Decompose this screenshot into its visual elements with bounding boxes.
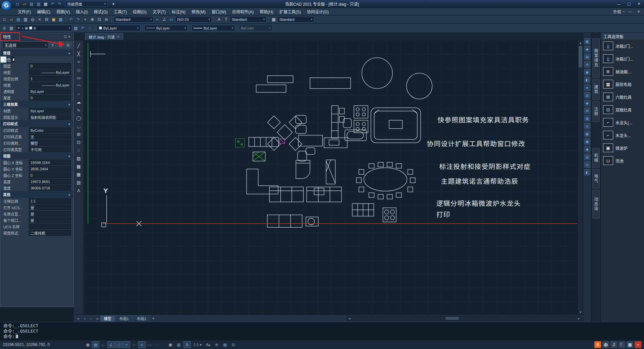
property-value-field[interactable]: ByLayer — [29, 108, 71, 114]
vertical-scroll-thumb[interactable] — [579, 46, 582, 67]
save-all-icon[interactable]: ▥ — [35, 1, 42, 7]
layout-tab[interactable]: 布局1 — [116, 315, 132, 322]
collapse-icon[interactable]: ▲ — [68, 122, 71, 125]
tool-palette-tab[interactable]: 注释 — [592, 101, 600, 122]
layout-nav-button[interactable]: « — [75, 315, 81, 322]
appearance-menu[interactable]: 外观 — [613, 9, 621, 14]
close-button[interactable]: ✕ — [634, 0, 644, 8]
tool-palette-tab[interactable]: 电气 — [592, 169, 600, 188]
property-value-field[interactable]: 是 — [29, 217, 71, 223]
dim-style-combo[interactable]: ISO-25 ▾ — [175, 16, 212, 22]
tool-palette-tab[interactable]: 建筑 — [592, 79, 600, 100]
cycle-toggle[interactable]: ◌ — [154, 341, 161, 348]
palette-block-item[interactable]: ▣ 微波炉 — [601, 141, 644, 154]
dim-angular-icon[interactable]: ∠ — [161, 16, 168, 23]
menu-item[interactable]: 工具(T) — [111, 8, 130, 15]
layout-nav-button[interactable]: ‹ — [82, 315, 88, 322]
tab-close-icon[interactable]: × — [117, 35, 119, 39]
tool-palette-tab[interactable]: 动态块 — [592, 190, 600, 219]
property-value-field[interactable]: 0 — [29, 172, 71, 178]
tool-palette-tab[interactable]: 机械 — [592, 148, 600, 168]
dock-toolbar-icon[interactable]: ◆ — [584, 146, 590, 152]
lang-chinese-icon[interactable]: 中 — [602, 341, 609, 348]
table-icon[interactable]: ▦ — [270, 16, 277, 23]
zoom-window-icon[interactable]: ⊡ — [96, 16, 103, 23]
cut-icon[interactable]: ✕ — [36, 16, 43, 23]
sogou-input-icon[interactable]: S — [594, 341, 601, 348]
layout-nav-button[interactable]: › — [88, 315, 94, 322]
property-value-field[interactable]: 无 — [29, 134, 71, 139]
menu-item[interactable]: 扩展工具(S) — [276, 8, 304, 15]
dock-toolbar-icon[interactable]: ◎ — [584, 123, 590, 129]
arc-tool-icon[interactable]: ◠ — [75, 82, 83, 90]
layout-nav-button[interactable]: » — [94, 315, 100, 322]
plot-preview-icon[interactable]: ◎ — [29, 16, 36, 23]
layer-states-icon[interactable]: ▤ — [8, 25, 15, 32]
new-icon[interactable]: □ — [1, 16, 8, 23]
scroll-left-icon[interactable]: ◂ — [347, 317, 352, 320]
dock-toolbar-icon[interactable]: ▦ — [584, 131, 590, 137]
property-value-field[interactable]: 36056.0716 — [29, 185, 71, 191]
palette-block-item[interactable]: ▦ 厨房布局 — [601, 78, 644, 91]
layer-combo[interactable]: ☀ ◑ ▣ 0 ▾ — [15, 25, 72, 31]
layer-properties-icon[interactable]: ≣ — [1, 25, 8, 32]
property-section-header[interactable]: 打印样式 ▲ — [0, 120, 73, 127]
grid-toggle[interactable]: ▤ — [92, 341, 99, 348]
qat-menu-caret-icon[interactable]: ▾ — [110, 1, 117, 7]
add-layout-button[interactable]: + — [150, 315, 156, 322]
palette-block-item[interactable]: ▯ 冰箱2门... — [601, 52, 644, 65]
table-tool-icon[interactable]: ▤ — [75, 179, 83, 186]
open-icon[interactable]: ▱ — [8, 16, 15, 23]
palette-block-item[interactable]: ⊡ 双眼灶具 — [601, 103, 644, 116]
app-logo-icon[interactable]: G — [1, 1, 11, 11]
copy-icon[interactable]: ⊟ — [43, 16, 50, 23]
menu-item[interactable]: 绘图(D) — [130, 8, 150, 15]
layer-previous-icon[interactable]: ↶ — [79, 25, 86, 32]
annotation-visibility-icon[interactable]: A — [183, 341, 191, 348]
vertical-scrollbar[interactable]: ▴ ▾ — [578, 40, 583, 314]
style-combo[interactable]: Standard ▾ — [113, 16, 154, 22]
menu-item[interactable]: 文字(T) — [150, 8, 169, 15]
layer-isolate-icon[interactable]: ◌ — [87, 25, 93, 32]
polygon-tool-icon[interactable]: ◇ — [75, 66, 83, 73]
new-file-icon[interactable]: □ — [14, 1, 21, 7]
model-paper-toggle[interactable]: ▣ — [167, 341, 174, 348]
dim-baseline-icon[interactable]: ▭ — [168, 16, 175, 23]
text-style-icon[interactable]: T — [223, 16, 229, 23]
property-value-field[interactable]: 模型 — [29, 140, 71, 146]
paste-icon[interactable]: ▣ — [50, 16, 57, 23]
pan-icon[interactable]: + — [82, 16, 89, 23]
menu-item[interactable]: 视图(V) — [53, 8, 73, 15]
auto-hide-icon[interactable]: ⊡ — [64, 35, 66, 39]
menu-item[interactable]: 窗口(W) — [209, 8, 229, 15]
dim-linear-icon[interactable]: ⌐ — [154, 16, 161, 23]
save-icon[interactable]: ▤ — [28, 1, 35, 7]
property-value-field[interactable]: ByLayer — [29, 69, 71, 75]
command-line-panel[interactable]: 命令:_.QSELECT命令:_.QSELECT命令: — [0, 322, 644, 340]
notification-icon[interactable]: ▪ — [635, 341, 641, 348]
polyline-tool-icon[interactable]: ≈ — [75, 58, 83, 65]
color-combo[interactable]: ByLayer ▾ — [97, 25, 141, 31]
osnap-toggle[interactable]: □ — [115, 341, 122, 348]
moon-icon[interactable]: ☾ — [619, 341, 625, 348]
input-tools-icon[interactable]: J — [610, 341, 617, 348]
undo-icon[interactable]: ↶ — [49, 1, 56, 7]
selection-combo[interactable]: 无选择 ▾ — [2, 42, 48, 48]
palette-block-item[interactable]: ≣ 抽油烟... — [601, 65, 644, 78]
dock-toolbar-icon[interactable]: ▦ — [584, 38, 590, 44]
property-value-field[interactable]: ByLayer — [29, 82, 71, 88]
property-section-header[interactable]: 三维效果 ▲ — [0, 101, 73, 108]
property-value-field[interactable]: 是 — [29, 211, 71, 217]
menu-item[interactable]: 标注(N) — [169, 8, 189, 15]
dock-toolbar-icon[interactable]: ▥ — [584, 92, 590, 98]
collapse-icon[interactable]: ▲ — [68, 103, 71, 106]
menu-item[interactable]: 应用软件(A) — [229, 8, 257, 15]
redo-icon[interactable]: ↷ — [56, 1, 63, 7]
ellipse-tool-icon[interactable]: ◯ — [75, 114, 83, 122]
line-tool-icon[interactable]: ╱ — [75, 42, 83, 49]
dock-toolbar-icon[interactable]: ▨ — [584, 115, 590, 121]
construction-line-tool-icon[interactable]: ╳ — [75, 50, 83, 57]
save-icon[interactable]: ▤ — [15, 16, 22, 23]
property-value-field[interactable]: 19972.9691 — [29, 179, 71, 184]
property-value-field[interactable]: 3506.2404 — [29, 166, 71, 172]
